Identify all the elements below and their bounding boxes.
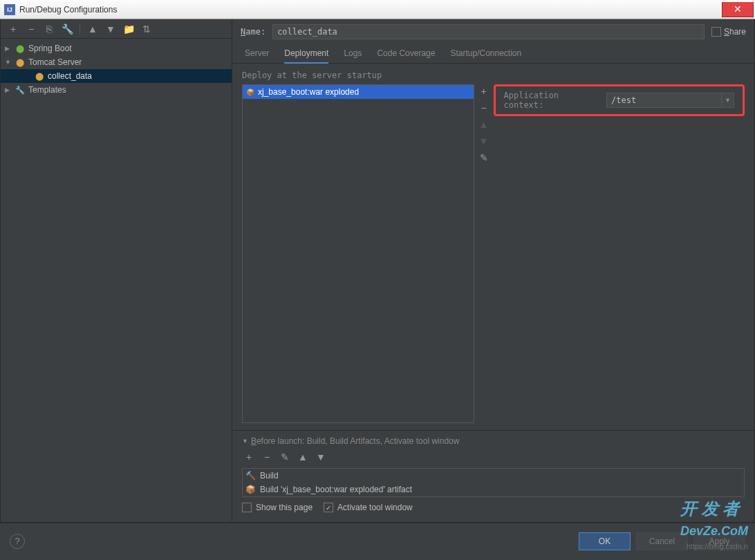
tree-label: Tomcat Server bbox=[28, 57, 82, 67]
show-page-checkbox[interactable] bbox=[242, 503, 252, 512]
down-task-button[interactable]: ▼ bbox=[314, 450, 328, 464]
move-down-button[interactable]: ▼ bbox=[477, 134, 491, 148]
activate-checkbox[interactable]: ✓ bbox=[324, 503, 333, 512]
edit-artifact-button[interactable]: ✎ bbox=[477, 151, 491, 165]
tree-item-spring-boot[interactable]: ▶ ⬤ Spring Boot bbox=[1, 41, 232, 55]
remove-icon[interactable]: − bbox=[24, 22, 38, 36]
hammer-icon: 🔨 bbox=[245, 471, 256, 480]
share-label: Share bbox=[724, 27, 746, 37]
expand-arrow-icon: ▶ bbox=[5, 86, 12, 93]
spring-icon: ⬤ bbox=[15, 43, 26, 54]
name-label: Name: bbox=[241, 27, 265, 37]
help-button[interactable]: ? bbox=[10, 534, 25, 549]
app-context-label: Application context: bbox=[504, 91, 602, 110]
tab-startup-connection[interactable]: Startup/Connection bbox=[450, 48, 521, 63]
close-button[interactable]: ✕ bbox=[722, 2, 754, 17]
wrench-icon[interactable]: 🔧 bbox=[60, 22, 74, 36]
tomcat-icon: ⬤ bbox=[34, 71, 45, 82]
share-checkbox[interactable] bbox=[711, 27, 721, 37]
app-icon: IJ bbox=[4, 4, 15, 15]
artifact-icon: 📦 bbox=[245, 485, 256, 494]
share-checkbox-group[interactable]: Share bbox=[711, 27, 746, 37]
tree-item-templates[interactable]: ▶ 🔧 Templates bbox=[1, 83, 232, 97]
deploy-heading: Deploy at the server startup bbox=[242, 71, 745, 80]
before-launch-panel: ▼ Before launch: Build, Build Artifacts,… bbox=[232, 430, 754, 522]
app-context-field: ▼ bbox=[606, 93, 734, 108]
add-artifact-button[interactable]: + bbox=[477, 84, 491, 98]
app-context-highlight: Application context: ▼ bbox=[494, 84, 745, 116]
artifact-label: xj_base_boot:war exploded bbox=[258, 87, 359, 97]
task-item-artifact[interactable]: 📦 Build 'xj_base_boot:war exploded' arti… bbox=[243, 483, 744, 496]
app-context-input[interactable] bbox=[607, 95, 721, 105]
folder-icon[interactable]: 📁 bbox=[122, 22, 136, 36]
task-label: Build 'xj_base_boot:war exploded' artifa… bbox=[260, 485, 412, 494]
artifact-item[interactable]: 📦 xj_base_boot:war exploded bbox=[243, 85, 474, 99]
config-tree: ▶ ⬤ Spring Boot ▼ ⬤ Tomcat Server ⬤ coll… bbox=[1, 39, 232, 522]
activate-label: Activate tool window bbox=[337, 503, 413, 512]
up-icon[interactable]: ▲ bbox=[86, 22, 100, 36]
move-up-button[interactable]: ▲ bbox=[477, 118, 491, 131]
main-area: + − ⎘ 🔧 ▲ ▼ 📁 ⇅ ▶ ⬤ Spring Boot ▼ ⬤ Tomc… bbox=[0, 19, 755, 523]
tab-code-coverage[interactable]: Code Coverage bbox=[377, 48, 435, 63]
separator bbox=[80, 24, 80, 35]
dialog-footer: ? OK Cancel Apply bbox=[0, 523, 755, 559]
add-task-button[interactable]: + bbox=[242, 450, 256, 464]
wrench-icon: 🔧 bbox=[15, 84, 26, 95]
footer-buttons: OK Cancel Apply bbox=[579, 532, 745, 550]
up-task-button[interactable]: ▲ bbox=[296, 450, 310, 464]
tab-deployment[interactable]: Deployment bbox=[284, 48, 328, 64]
titlebar: IJ Run/Debug Configurations ✕ bbox=[0, 0, 755, 19]
window-title: Run/Debug Configurations bbox=[19, 5, 722, 15]
tomcat-icon: ⬤ bbox=[15, 57, 26, 68]
collapse-arrow-icon: ▼ bbox=[5, 59, 12, 66]
down-icon[interactable]: ▼ bbox=[104, 22, 118, 36]
tab-logs[interactable]: Logs bbox=[344, 48, 362, 63]
show-page-checkbox-group[interactable]: Show this page bbox=[242, 503, 313, 512]
ok-button[interactable]: OK bbox=[579, 532, 631, 550]
task-label: Build bbox=[260, 471, 279, 480]
before-launch-options: Show this page ✓ Activate tool window bbox=[242, 503, 745, 512]
collapse-arrow-icon: ▼ bbox=[242, 438, 248, 445]
name-input[interactable] bbox=[272, 24, 705, 39]
content-panel: Name: Share Server Deployment Logs Code … bbox=[232, 19, 754, 522]
show-page-label: Show this page bbox=[256, 503, 313, 512]
artifact-list[interactable]: 📦 xj_base_boot:war exploded bbox=[242, 84, 474, 423]
before-launch-header[interactable]: ▼ Before launch: Build, Build Artifacts,… bbox=[242, 436, 745, 446]
add-icon[interactable]: + bbox=[6, 22, 20, 36]
tree-label: collect_data bbox=[48, 71, 92, 81]
remove-task-button[interactable]: − bbox=[260, 450, 274, 464]
sort-icon[interactable]: ⇅ bbox=[140, 22, 153, 36]
expand-arrow-icon: ▶ bbox=[5, 45, 12, 52]
activate-checkbox-group[interactable]: ✓ Activate tool window bbox=[324, 503, 413, 512]
artifact-icon: 📦 bbox=[245, 87, 255, 97]
before-launch-toolbar: + − ✎ ▲ ▼ bbox=[242, 450, 745, 464]
copy-icon[interactable]: ⎘ bbox=[42, 22, 56, 36]
name-row: Name: Share bbox=[232, 19, 754, 41]
tree-item-tomcat[interactable]: ▼ ⬤ Tomcat Server bbox=[1, 55, 232, 69]
tree-label: Spring Boot bbox=[28, 44, 72, 53]
tabs: Server Deployment Logs Code Coverage Sta… bbox=[232, 41, 754, 64]
cancel-button[interactable]: Cancel bbox=[636, 532, 688, 550]
dropdown-icon[interactable]: ▼ bbox=[721, 93, 734, 108]
artifact-buttons: + − ▲ ▼ ✎ bbox=[477, 84, 491, 423]
deployment-panel: Deploy at the server startup 📦 xj_base_b… bbox=[232, 64, 754, 430]
tree-item-collect-data[interactable]: ⬤ collect_data bbox=[1, 69, 232, 83]
sidebar-toolbar: + − ⎘ 🔧 ▲ ▼ 📁 ⇅ bbox=[1, 19, 232, 39]
task-item-build[interactable]: 🔨 Build bbox=[243, 469, 744, 483]
tab-server[interactable]: Server bbox=[245, 48, 269, 63]
before-launch-list[interactable]: 🔨 Build 📦 Build 'xj_base_boot:war explod… bbox=[242, 468, 745, 497]
remove-artifact-button[interactable]: − bbox=[477, 101, 491, 115]
tree-label: Templates bbox=[28, 85, 66, 95]
edit-task-button[interactable]: ✎ bbox=[278, 450, 292, 464]
before-launch-label: Before launch: Build, Build Artifacts, A… bbox=[251, 436, 460, 446]
apply-button[interactable]: Apply bbox=[693, 532, 745, 550]
sidebar: + − ⎘ 🔧 ▲ ▼ 📁 ⇅ ▶ ⬤ Spring Boot ▼ ⬤ Tomc… bbox=[1, 19, 232, 522]
